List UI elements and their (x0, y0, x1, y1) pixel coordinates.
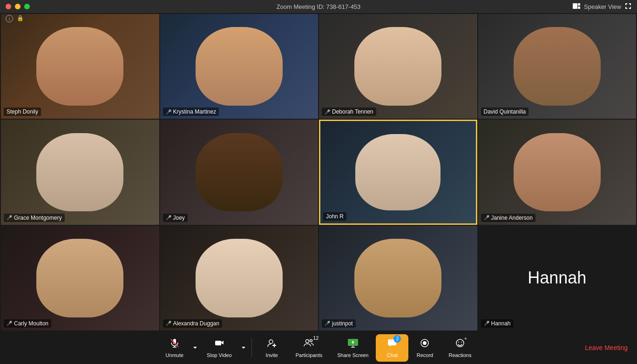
svg-point-8 (269, 340, 273, 344)
participant-name-text-5: Grace Montgomery (14, 215, 62, 221)
video-icon (214, 338, 224, 351)
participant-name-5: 🎤Grace Montgomery (4, 214, 65, 222)
microphone-icon (169, 338, 180, 351)
video-cell-9: 🎤Carly Moulton (1, 226, 159, 330)
speaker-view-label[interactable]: Speaker View (584, 3, 621, 10)
participant-name-text-6: Joey (173, 215, 185, 221)
share-screen-label: Share Screen (337, 352, 368, 358)
mute-icon-5: 🎤 (7, 215, 12, 220)
top-right-controls: Speaker View (573, 3, 631, 11)
participant-name-8: 🎤Janine Anderson (481, 214, 535, 222)
separator-1 (251, 338, 252, 357)
stop-video-button[interactable]: Stop Video (199, 334, 239, 362)
mute-icon-2: 🎤 (166, 109, 171, 115)
svg-rect-0 (573, 3, 577, 9)
stop-video-label: Stop Video (207, 352, 232, 358)
participant-name-text-9: Carly Moulton (14, 320, 48, 327)
record-label: Record (417, 352, 433, 358)
participant-name-text-12: Hannah (491, 320, 511, 327)
fullscreen-icon[interactable] (625, 3, 631, 11)
invite-icon (267, 338, 277, 351)
video-cell-11: 🎤justinpot (319, 226, 477, 330)
reactions-button[interactable]: + Reactions (441, 334, 479, 362)
leave-meeting-button[interactable]: Leave Meeting (585, 344, 628, 351)
svg-rect-7 (215, 341, 221, 345)
share-screen-button[interactable]: Share Screen (330, 334, 376, 362)
svg-point-20 (461, 342, 462, 343)
video-cell-2: 🎤Krystina Martinez (160, 14, 318, 119)
chat-badge: 2 (393, 335, 401, 343)
mute-icon-12: 🎤 (484, 321, 489, 326)
info-icon[interactable]: i (6, 15, 13, 22)
hannah-name: Hannah (528, 268, 586, 288)
record-button[interactable]: Record (408, 334, 441, 362)
video-cell-1: Steph Donily (1, 14, 159, 119)
reactions-label: Reactions (448, 352, 471, 358)
participants-button[interactable]: 12 Participants (288, 334, 330, 362)
mute-icon-9: 🎤 (7, 321, 12, 326)
invite-button[interactable]: Invite (256, 334, 288, 362)
svg-point-12 (310, 339, 312, 342)
participants-count: 12 (313, 335, 318, 341)
participant-name-11: 🎤justinpot (322, 319, 356, 328)
participant-name-4: David Quintanilla (481, 108, 529, 116)
meeting-title: Zoom Meeting ID: 738-617-453 (277, 3, 361, 10)
maximize-button[interactable] (24, 4, 30, 9)
unmute-chevron[interactable] (191, 342, 199, 354)
participant-name-1: Steph Donily (4, 108, 41, 116)
chat-button[interactable]: 2 Chat (376, 334, 408, 362)
participant-name-text-1: Steph Donily (7, 108, 38, 115)
participants-icon: 12 (304, 338, 314, 351)
title-bar: Zoom Meeting ID: 738-617-453 Speaker Vie… (0, 0, 637, 13)
video-group: Stop Video (199, 334, 248, 362)
svg-rect-1 (578, 3, 580, 6)
mute-icon-3: 🎤 (325, 109, 330, 115)
video-grid: Steph Donily🎤Krystina Martinez🎤Deborah T… (0, 13, 637, 331)
close-button[interactable] (6, 4, 11, 9)
unmute-button[interactable]: Unmute (158, 334, 191, 362)
record-icon (420, 338, 430, 351)
svg-point-17 (423, 341, 427, 345)
participant-name-text-8: Janine Anderson (491, 215, 533, 221)
participant-name-7: John R (323, 212, 346, 221)
participant-name-text-10: Alexandra Duggan (173, 320, 219, 327)
video-cell-6: 🎤Joey (160, 120, 318, 224)
share-screen-icon (347, 338, 359, 351)
video-cell-7: John R (319, 120, 477, 224)
svg-rect-2 (578, 7, 580, 9)
participant-name-10: 🎤Alexandra Duggan (163, 319, 222, 328)
participant-name-text-3: Deborah Tennen (332, 108, 373, 115)
video-cell-12: Hannah🎤Hannah (478, 226, 637, 330)
invite-label: Invite (266, 352, 278, 358)
participant-name-text-2: Krystina Martinez (173, 108, 217, 115)
toolbar: Unmute Stop Video (0, 331, 637, 364)
participant-name-text-4: David Quintanilla (484, 108, 526, 115)
mute-icon-10: 🎤 (166, 321, 171, 326)
lock-icon: 🔒 (17, 15, 24, 22)
mute-icon-11: 🎤 (325, 321, 330, 326)
speaker-view-icon (573, 3, 580, 10)
participant-name-6: 🎤Joey (163, 214, 188, 222)
minimize-button[interactable] (15, 4, 20, 9)
participant-name-9: 🎤Carly Moulton (4, 319, 51, 328)
video-cell-4: David Quintanilla (478, 14, 637, 119)
chat-icon: 2 (387, 338, 397, 351)
chat-label: Chat (387, 352, 398, 358)
video-cell-8: 🎤Janine Anderson (478, 120, 637, 224)
unmute-group: Unmute (158, 334, 200, 362)
svg-point-11 (306, 339, 309, 343)
participant-name-3: 🎤Deborah Tennen (322, 108, 376, 116)
participant-name-2: 🎤Krystina Martinez (163, 108, 219, 116)
participant-name-text-11: justinpot (332, 320, 353, 327)
video-cell-3: 🎤Deborah Tennen (319, 14, 477, 119)
window-controls (6, 4, 30, 9)
mute-icon-6: 🎤 (166, 215, 171, 220)
top-info-icons: i 🔒 (6, 15, 24, 22)
mute-icon-8: 🎤 (484, 215, 489, 220)
video-chevron[interactable] (239, 342, 248, 354)
video-cell-10: 🎤Alexandra Duggan (160, 226, 318, 330)
svg-point-19 (458, 342, 459, 343)
video-cell-5: 🎤Grace Montgomery (1, 120, 159, 224)
unmute-label: Unmute (166, 352, 184, 358)
reactions-icon: + (455, 338, 465, 351)
